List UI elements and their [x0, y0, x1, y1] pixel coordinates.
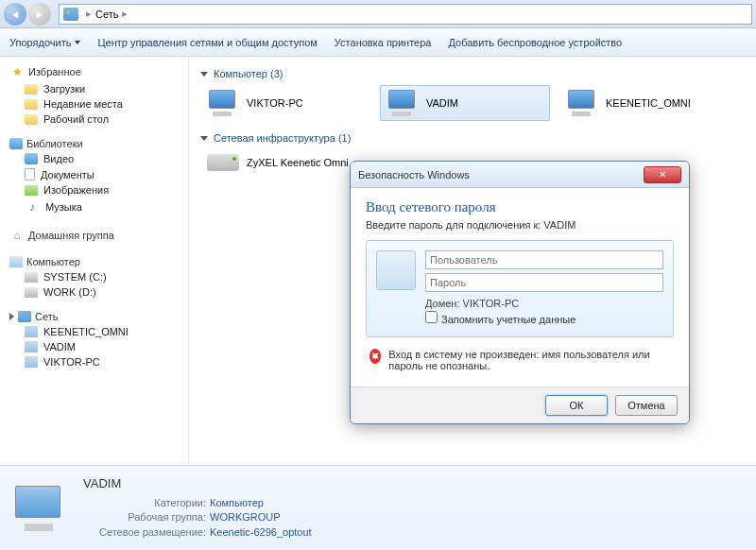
network-computer-icon [25, 326, 38, 337]
network-center-link[interactable]: Центр управления сетями и общим доступом [97, 37, 317, 48]
nav-bar: ◄ ► ▸ Сеть ▸ [0, 0, 756, 28]
homegroup-icon: ⌂ [9, 228, 25, 243]
details-label: Рабочая группа: [83, 510, 206, 524]
add-wireless-link[interactable]: Добавить беспроводное устройство [448, 37, 622, 48]
address-bar[interactable]: ▸ Сеть ▸ [59, 4, 752, 25]
dialog-title-text: Безопасность Windows [358, 169, 470, 180]
user-avatar-icon [376, 250, 416, 290]
remember-label: Запомнить учетные данные [441, 314, 576, 325]
collapse-icon [200, 72, 208, 77]
details-pane: VADIM Категории:Компьютер Рабочая группа… [0, 465, 756, 550]
computer-icon [207, 90, 239, 116]
details-value: Keenetic-6296_optout [210, 525, 312, 540]
toolbar: Упорядочить Центр управления сетями и об… [0, 28, 756, 57]
close-button[interactable]: ✕ [644, 166, 681, 183]
star-icon: ★ [9, 64, 25, 79]
library-icon [9, 138, 23, 149]
details-value: Компьютер [210, 496, 264, 510]
computer-item[interactable]: VIKTOR-PC [200, 85, 370, 121]
error-text: Вход в систему не произведен: имя пользо… [388, 349, 670, 371]
username-input[interactable] [425, 250, 663, 269]
image-icon [25, 185, 38, 196]
domain-label: Домен: VIKTOR-PC [425, 298, 663, 309]
computer-icon [9, 256, 23, 267]
printer-install-link[interactable]: Установка принтера [335, 37, 432, 48]
network-computer-icon [25, 341, 38, 352]
sidebar-item-drive-c[interactable]: SYSTEM (C:) [4, 269, 184, 284]
sidebar-item-downloads[interactable]: Загрузки [4, 81, 184, 96]
collapse-icon [200, 136, 208, 141]
video-icon [25, 153, 38, 164]
error-icon: ✕ [369, 349, 381, 364]
sidebar-item-recent[interactable]: Недавние места [4, 96, 184, 112]
computer-icon [566, 90, 598, 116]
computer-item-selected[interactable]: VADIM [380, 85, 550, 121]
breadcrumb-location: Сеть [95, 9, 118, 20]
music-icon: ♪ [25, 199, 40, 215]
group-header-computer[interactable]: Компьютер (3) [200, 68, 745, 79]
computer-icon [387, 90, 419, 116]
remember-checkbox-row[interactable]: Запомнить учетные данные [425, 311, 663, 327]
chevron-down-icon [75, 41, 80, 44]
sidebar-item-video[interactable]: Видео [4, 151, 184, 166]
folder-icon [25, 99, 38, 110]
network-computer-icon [25, 356, 38, 368]
sidebar-libraries[interactable]: Библиотеки [4, 136, 184, 151]
sidebar-item-desktop[interactable]: Рабочий стол [4, 112, 184, 127]
credentials-box: Домен: VIKTOR-PC Запомнить учетные данны… [366, 240, 674, 337]
details-name: VADIM [83, 476, 312, 490]
details-label: Сетевое размещение: [83, 525, 206, 540]
dialog-heading: Ввод сетевого пароля [366, 199, 674, 215]
ok-button[interactable]: ОК [545, 395, 608, 416]
group-header-infra[interactable]: Сетевая инфраструктура (1) [200, 132, 745, 144]
sidebar-item-documents[interactable]: Документы [4, 166, 184, 182]
sidebar-item-keenetic[interactable]: KEENETIC_OMNI [4, 324, 184, 339]
dialog-titlebar[interactable]: Безопасность Windows ✕ [351, 162, 689, 188]
dialog-subtitle: Введите пароль для подключения к: VADIM [366, 219, 674, 231]
computer-large-icon [13, 486, 66, 531]
password-input[interactable] [425, 273, 663, 292]
network-icon [63, 8, 78, 21]
folder-icon [25, 84, 38, 95]
breadcrumb-sep: ▸ [86, 8, 92, 20]
details-label: Категории: [83, 496, 206, 510]
sidebar-homegroup[interactable]: ⌂Домашняя группа [4, 226, 184, 245]
breadcrumb-sep-2: ▸ [122, 8, 128, 20]
dialog-buttons: ОК Отмена [351, 387, 689, 423]
details-value: WORKGROUP [210, 510, 281, 524]
drive-icon [25, 287, 38, 298]
sidebar-item-drive-d[interactable]: WORK (D:) [4, 284, 184, 300]
sidebar-network[interactable]: Сеть [4, 309, 184, 324]
sidebar-item-images[interactable]: Изображения [4, 182, 184, 198]
sidebar-item-music[interactable]: ♪Музыка [4, 198, 184, 216]
back-button[interactable]: ◄ [4, 3, 26, 26]
sidebar-item-vadim[interactable]: VADIM [4, 339, 184, 354]
sidebar: ★Избранное Загрузки Недавние места Рабоч… [0, 57, 189, 465]
forward-button[interactable]: ► [28, 3, 51, 26]
folder-icon [25, 114, 38, 125]
router-icon [207, 154, 239, 171]
credentials-dialog: Безопасность Windows ✕ Ввод сетевого пар… [350, 161, 690, 424]
remember-checkbox[interactable] [425, 311, 438, 323]
drive-icon [25, 272, 38, 283]
network-icon [18, 311, 31, 322]
sidebar-favorites[interactable]: ★Избранное [4, 62, 184, 81]
cancel-button[interactable]: Отмена [615, 395, 678, 416]
error-row: ✕ Вход в систему не произведен: имя поль… [369, 349, 670, 371]
document-icon [25, 168, 35, 180]
device-item[interactable]: ZyXEL Keenetic Omni [200, 149, 370, 176]
computer-item[interactable]: KEENETIC_OMNI [559, 85, 730, 121]
sidebar-item-viktor[interactable]: VIKTOR-PC [4, 354, 184, 370]
organize-menu[interactable]: Упорядочить [9, 37, 80, 48]
expand-icon [9, 313, 14, 320]
sidebar-computer[interactable]: Компьютер [4, 254, 184, 269]
